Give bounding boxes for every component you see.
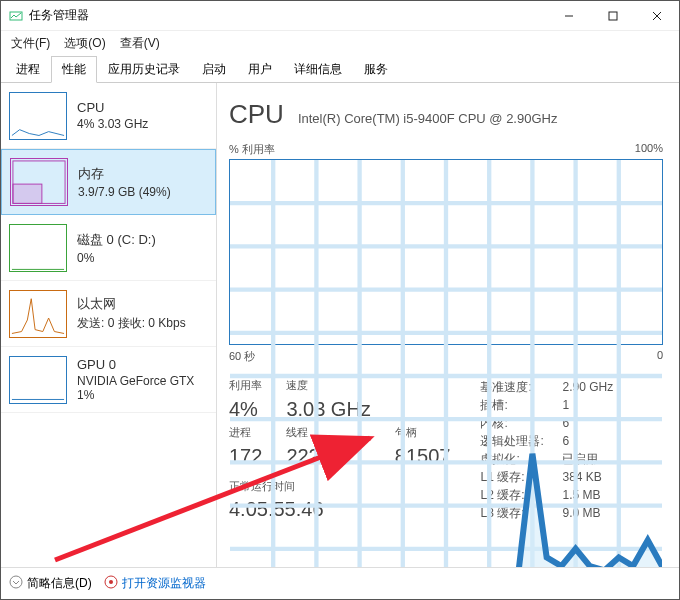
close-button[interactable]: [635, 1, 679, 31]
maximize-button[interactable]: [591, 1, 635, 31]
sidebar-item-0[interactable]: CPU4% 3.03 GHz: [1, 83, 216, 149]
page-title: CPU: [229, 99, 284, 130]
sidebar-item-4[interactable]: GPU 0NVIDIA GeForce GTX1%: [1, 347, 216, 413]
brief-info-toggle[interactable]: 简略信息(D): [9, 575, 92, 592]
menu-file[interactable]: 文件(F): [11, 35, 50, 52]
tab-5[interactable]: 详细信息: [283, 56, 353, 83]
svg-marker-25: [230, 454, 662, 567]
main-panel: CPU Intel(R) Core(TM) i5-9400F CPU @ 2.9…: [217, 83, 679, 567]
svg-rect-5: [13, 184, 42, 203]
svg-point-26: [10, 576, 22, 588]
sidebar: CPU4% 3.03 GHz内存3.9/7.9 GB (49%)磁盘 0 (C:…: [1, 83, 217, 567]
tab-1[interactable]: 性能: [51, 56, 97, 83]
tab-4[interactable]: 用户: [237, 56, 283, 83]
chart-top-left-label: % 利用率: [229, 142, 275, 157]
cpu-name: Intel(R) Core(TM) i5-9400F CPU @ 2.90GHz: [298, 111, 558, 126]
tab-2[interactable]: 应用历史记录: [97, 56, 191, 83]
task-manager-window: 任务管理器 文件(F) 选项(O) 查看(V) 进程性能应用历史记录启动用户详细…: [0, 0, 680, 600]
tabstrip: 进程性能应用历史记录启动用户详细信息服务: [1, 55, 679, 83]
window-title: 任务管理器: [29, 7, 89, 24]
svg-rect-2: [609, 12, 617, 20]
resource-monitor-icon: [104, 575, 118, 592]
tab-3[interactable]: 启动: [191, 56, 237, 83]
tab-0[interactable]: 进程: [5, 56, 51, 83]
app-icon: [9, 9, 23, 23]
titlebar: 任务管理器: [1, 1, 679, 31]
tab-6[interactable]: 服务: [353, 56, 399, 83]
resource-monitor-link[interactable]: 打开资源监视器: [104, 575, 206, 592]
menubar: 文件(F) 选项(O) 查看(V): [1, 31, 679, 55]
minimize-button[interactable]: [547, 1, 591, 31]
footer: 简略信息(D) 打开资源监视器: [1, 567, 679, 599]
sidebar-item-3[interactable]: 以太网发送: 0 接收: 0 Kbps: [1, 281, 216, 347]
sidebar-item-1[interactable]: 内存3.9/7.9 GB (49%): [1, 149, 216, 215]
chevron-down-icon: [9, 575, 23, 592]
sidebar-item-2[interactable]: 磁盘 0 (C: D:)0%: [1, 215, 216, 281]
menu-view[interactable]: 查看(V): [120, 35, 160, 52]
menu-options[interactable]: 选项(O): [64, 35, 105, 52]
svg-point-28: [109, 580, 113, 584]
chart-top-right-label: 100%: [635, 142, 663, 157]
cpu-chart: [229, 159, 663, 345]
